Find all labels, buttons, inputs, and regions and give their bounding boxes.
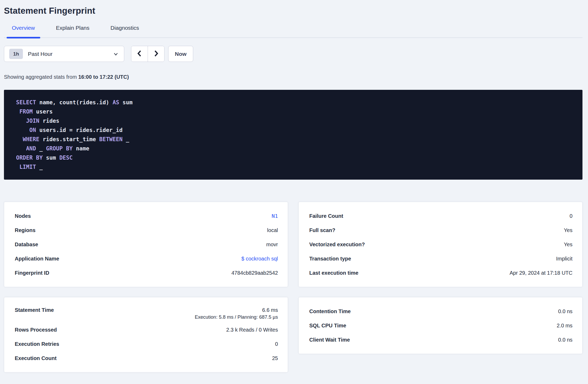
chevron-down-icon [113,51,119,57]
tab-bar: Overview Explain Plans Diagnostics [4,25,582,38]
detail-row-fingerprint-id: Fingerprint ID 4784cb829aab2542 [15,266,278,280]
full-scan-label: Full scan? [309,227,335,233]
chevron-right-icon [153,50,160,58]
detail-row-execution-count: Execution Count 25 [15,351,278,365]
details-cards-row: Nodes N1 Regions local Database movr App… [4,202,582,287]
tab-explain-plans[interactable]: Explain Plans [51,25,95,37]
aggregated-stats-prefix: Showing aggregated stats from [4,74,78,80]
aggregated-stats-range: 16:00 to 17:22 (UTC) [78,74,129,80]
failure-count-value: 0 [570,213,572,219]
execution-count-label: Execution Count [15,355,57,361]
now-button[interactable]: Now [168,46,193,62]
tab-overview[interactable]: Overview [7,25,40,37]
contention-time-value: 0.0 ns [558,308,572,314]
fingerprint-id-value: 4784cb829aab2542 [231,270,278,276]
vectorized-execution-label: Vectorized execution? [309,242,365,248]
page-title: Statement Fingerprint [4,6,582,16]
database-label: Database [15,242,38,248]
nodes-label: Nodes [15,213,31,219]
statement-time-value: 6.6 ms [262,307,278,313]
execution-count-value: 25 [272,355,278,361]
time-step-buttons [131,46,165,62]
transaction-type-label: Transaction type [309,256,351,262]
application-name-label: Application Name [15,256,59,262]
sql-statement-text: SELECT name, count(rides.id) AS sum FROM… [16,98,572,172]
statement-stats-card: Statement Time 6.6 ms Execution: 5.8 ms … [4,297,288,372]
detail-row-client-wait-time: Client Wait Time 0.0 ns [309,333,572,347]
detail-row-vectorized-execution: Vectorized execution? Yes [309,237,572,252]
detail-row-contention-time: Contention Time 0.0 ns [309,304,572,318]
detail-row-regions: Regions local [15,223,278,237]
statement-fingerprint-page: Statement Fingerprint Overview Explain P… [0,0,588,372]
aggregated-stats-caption: Showing aggregated stats from 16:00 to 1… [4,74,582,80]
vectorized-execution-value: Yes [564,242,572,248]
detail-row-full-scan: Full scan? Yes [309,223,572,237]
detail-row-sql-cpu-time: SQL CPU Time 2.0 ms [309,318,572,333]
contention-time-label: Contention Time [309,308,351,314]
client-wait-time-value: 0.0 ns [558,337,572,343]
transaction-type-value: Implicit [556,256,572,262]
statement-time-label: Statement Time [15,307,54,313]
full-scan-value: Yes [564,227,572,233]
time-range-dropdown[interactable]: 1h Past Hour [4,46,124,62]
detail-row-application-name: Application Name $ cockroach sql [15,252,278,266]
detail-row-nodes: Nodes N1 [15,209,278,223]
last-execution-time-label: Last execution time [309,270,358,276]
rows-processed-value: 2.3 k Reads / 0 Writes [226,327,278,333]
time-controls: 1h Past Hour Now [4,46,582,62]
stats-cards-row: Statement Time 6.6 ms Execution: 5.8 ms … [4,297,582,372]
execution-attributes-card: Failure Count 0 Full scan? Yes Vectorize… [298,202,582,287]
client-wait-time-label: Client Wait Time [309,337,350,343]
rows-processed-label: Rows Processed [15,327,57,333]
chevron-left-icon [136,50,143,58]
tab-diagnostics[interactable]: Diagnostics [105,25,144,37]
fingerprint-id-label: Fingerprint ID [15,270,49,276]
wait-times-card: Contention Time 0.0 ns SQL CPU Time 2.0 … [298,297,582,354]
time-range-label: Past Hour [28,51,52,57]
sql-cpu-time-value: 2.0 ms [557,323,572,329]
failure-count-label: Failure Count [309,213,343,219]
last-execution-time-value: Apr 29, 2024 at 17:18 UTC [510,270,572,276]
detail-row-database: Database movr [15,237,278,252]
nodes-value-link[interactable]: N1 [272,213,278,219]
detail-row-transaction-type: Transaction type Implicit [309,252,572,266]
statement-details-card: Nodes N1 Regions local Database movr App… [4,202,288,287]
next-interval-button[interactable] [148,46,164,62]
time-range-badge: 1h [9,49,23,59]
regions-label: Regions [15,227,36,233]
sql-statement-box: SELECT name, count(rides.id) AS sum FROM… [4,90,582,180]
database-value: movr [266,242,278,248]
regions-value: local [267,227,278,233]
sql-cpu-time-label: SQL CPU Time [309,323,346,329]
detail-row-last-execution-time: Last execution time Apr 29, 2024 at 17:1… [309,266,572,280]
detail-row-execution-retries: Execution Retries 0 [15,337,278,351]
detail-row-rows-processed: Rows Processed 2.3 k Reads / 0 Writes [15,323,278,337]
previous-interval-button[interactable] [131,46,148,62]
application-name-value-link[interactable]: $ cockroach sql [241,256,278,262]
detail-row-failure-count: Failure Count 0 [309,209,572,223]
statement-time-breakdown: Execution: 5.8 ms / Planning: 687.5 µs [195,314,278,320]
execution-retries-label: Execution Retries [15,341,59,347]
execution-retries-value: 0 [275,341,278,347]
statement-time-breakdown-row: Execution: 5.8 ms / Planning: 687.5 µs [15,314,278,320]
